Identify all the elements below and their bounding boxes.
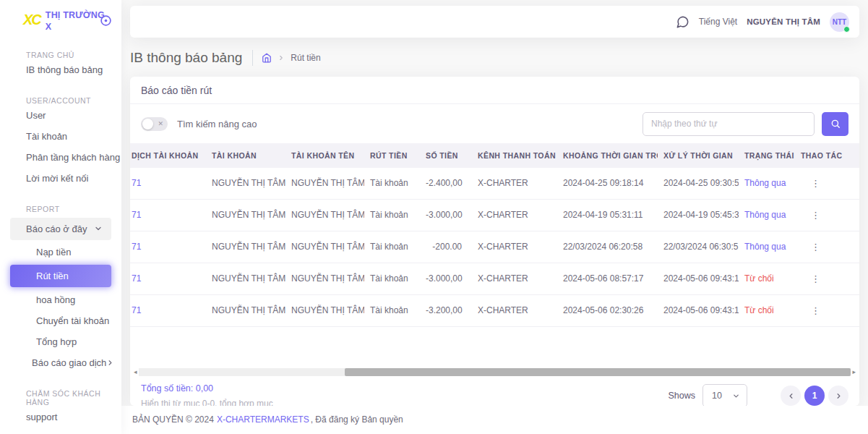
report-card: Báo cáo tiền rút ✕ Tìm kiếm nâng cao	[130, 77, 859, 406]
cell-channel: X-CHARTER	[472, 231, 557, 263]
cell-process-time: 2024-04-25 09:30:50	[658, 168, 739, 200]
home-icon[interactable]	[262, 53, 272, 63]
card-footer: Tổng số tiền: 0,00 Hiển thị từ mục 0-0, …	[130, 377, 859, 406]
cell-tx-account[interactable]: 71	[130, 231, 206, 263]
cell-amount: -3.200,00	[420, 294, 472, 326]
cell-status: Từ chối	[739, 294, 795, 326]
cell-account-name: NGUYỄN THỊ TÂM	[285, 168, 364, 200]
kebab-icon: ⋮	[811, 305, 820, 316]
kebab-icon: ⋮	[811, 210, 820, 221]
brand-link[interactable]: X-CHARTERMARKETS	[217, 414, 309, 425]
search-input[interactable]	[643, 112, 815, 136]
cell-tx-account[interactable]: 71	[130, 168, 206, 200]
cell-account-name: NGUYỄN THỊ TÂM	[285, 199, 364, 231]
scrollbar-thumb[interactable]	[345, 368, 851, 376]
cell-account-name: NGUYỄN THỊ TÂM	[285, 263, 364, 294]
breadcrumb-current: Rút tiền	[291, 53, 320, 63]
row-actions-button[interactable]: ⋮	[795, 231, 859, 263]
table-row: 71 NGUYỄN THỊ TÂM NGUYỄN THỊ TÂM Tài kho…	[130, 294, 859, 326]
prev-page-button[interactable]	[781, 386, 801, 406]
copyright-suffix: , Đã đăng ký Bản quyền	[311, 414, 403, 425]
online-status-dot	[843, 26, 850, 33]
table-row: 71 NGUYỄN THỊ TÂM NGUYỄN THỊ TÂM Tài kho…	[130, 263, 859, 294]
search-button[interactable]	[822, 112, 848, 136]
col-status: TRẠNG THÁI	[739, 143, 795, 168]
row-actions-button[interactable]: ⋮	[795, 168, 859, 200]
page-size-value: 10	[712, 391, 722, 401]
sidebar-pin-icon[interactable]	[100, 14, 112, 27]
advanced-search-toggle[interactable]: ✕	[141, 117, 168, 131]
chat-icon[interactable]	[676, 15, 689, 29]
sidebar-item-invites[interactable]: Lời mời kết nối	[0, 168, 121, 189]
nav-section-customer-care: CHĂM SÓC KHÁCH HÀNG	[0, 389, 121, 407]
cell-status: Thông qua	[739, 231, 795, 263]
col-account-name: TÀI KHOẢN TÊN	[285, 143, 364, 168]
kebab-icon: ⋮	[811, 242, 820, 252]
cell-tx-account[interactable]: 71	[130, 263, 206, 294]
cell-process-time: 2024-04-19 05:45:39	[658, 199, 739, 231]
brand-title-line2: X	[46, 21, 105, 33]
table-scroll-area[interactable]: DỊCH TÀI KHOẢN TÀI KHOẢN TÀI KHOẢN TÊN R…	[130, 143, 859, 327]
cell-channel: X-CHARTER	[472, 263, 557, 294]
scroll-left-icon[interactable]: ◂	[132, 369, 139, 375]
sidebar-item-accounts[interactable]: Tài khoản	[0, 126, 121, 147]
page-head: IB thông báo bảng Rút tiền	[130, 47, 859, 69]
chevron-down-icon	[94, 224, 103, 233]
brand-title-line1: THỊ TRƯỜNG	[46, 9, 105, 21]
scroll-right-icon[interactable]: ▸	[851, 369, 857, 375]
language-selector[interactable]: Tiếng Việt	[699, 17, 737, 27]
cell-tx-account[interactable]: 71	[130, 294, 206, 326]
topbar-right: Tiếng Việt NGUYỄN THỊ TÂM NTT	[676, 12, 849, 32]
cell-channel: X-CHARTER	[472, 168, 557, 200]
pagination: 1	[781, 386, 848, 406]
cell-amount: -3.000,00	[420, 199, 472, 231]
cell-account-name: NGUYỄN THỊ TÂM	[285, 231, 364, 263]
sidebar: XC THỊ TRƯỜNG X TRANG CHỦ IB thông báo b…	[0, 0, 121, 434]
chevron-down-icon	[732, 392, 740, 400]
nav-section-user-account: USER/ACCOUNT	[0, 96, 121, 105]
next-page-button[interactable]	[828, 386, 848, 406]
row-actions-button[interactable]: ⋮	[795, 263, 859, 294]
page-1-button[interactable]: 1	[804, 386, 825, 406]
brand[interactable]: XC THỊ TRƯỜNG X	[0, 0, 121, 33]
cell-tx-account[interactable]: 71	[130, 199, 206, 231]
table-row: 71 NGUYỄN THỊ TÂM NGUYỄN THỊ TÂM Tài kho…	[130, 231, 859, 263]
cell-withdraw-type: Tài khoản	[364, 231, 420, 263]
row-actions-button[interactable]: ⋮	[795, 294, 859, 326]
col-withdraw: RÚT TIỀN	[364, 143, 420, 168]
topbar: Tiếng Việt NGUYỄN THỊ TÂM NTT	[130, 6, 859, 38]
cell-status: Thông qua	[739, 168, 795, 200]
sidebar-item-summary[interactable]: Tổng hợp	[0, 331, 121, 352]
sidebar-item-transfer[interactable]: Chuyển tài khoản	[0, 310, 121, 331]
horizontal-scrollbar[interactable]: ◂ ▸	[132, 367, 857, 377]
sidebar-item-withdraw[interactable]: Rút tiền	[10, 265, 111, 287]
withdrawals-table: DỊCH TÀI KHOẢN TÀI KHOẢN TÀI KHOẢN TÊN R…	[130, 143, 859, 327]
cell-withdraw-type: Tài khoản	[364, 294, 420, 326]
sidebar-group-reports-label: Báo cáo ở đây	[26, 224, 87, 234]
breadcrumb-chevron-icon	[278, 54, 285, 61]
cell-withdraw-type: Tài khoản	[364, 263, 420, 294]
sidebar-item-ib-dashboard[interactable]: IB thông báo bảng	[0, 59, 121, 80]
cell-process-time: 2024-05-06 09:43:14	[658, 263, 739, 294]
cell-channel: X-CHARTER	[472, 294, 557, 326]
avatar[interactable]: NTT	[830, 12, 849, 32]
cell-process-time: 2024-05-06 09:43:14	[658, 294, 739, 326]
scrollbar-track[interactable]	[139, 368, 851, 376]
sidebar-item-user[interactable]: User	[0, 105, 121, 126]
sidebar-item-deposit[interactable]: Nạp tiền	[0, 242, 121, 263]
total-amount: Tổng số tiền: 0,00	[141, 383, 273, 393]
cell-withdraw-type: Tài khoản	[364, 199, 420, 231]
sidebar-item-commission[interactable]: hoa hồng	[0, 289, 121, 310]
cell-account: NGUYỄN THỊ TÂM	[206, 199, 285, 231]
sidebar-group-reports[interactable]: Báo cáo ở đây	[10, 218, 111, 240]
page-size-select[interactable]: 10	[702, 384, 747, 406]
sidebar-group-transaction-reports[interactable]: Báo cáo giao dịch	[0, 352, 121, 373]
app-root: XC THỊ TRƯỜNG X TRANG CHỦ IB thông báo b…	[0, 0, 868, 434]
cell-request-time: 2024-05-06 02:30:26	[557, 294, 658, 326]
sidebar-item-customer-tiers[interactable]: Phân tầng khách hàng	[0, 147, 121, 168]
controls-row: ✕ Tìm kiếm nâng cao	[130, 104, 859, 143]
cell-account: NGUYỄN THỊ TÂM	[206, 231, 285, 263]
row-actions-button[interactable]: ⋮	[795, 199, 859, 231]
cell-account: NGUYỄN THỊ TÂM	[206, 168, 285, 200]
sidebar-item-support[interactable]: support	[0, 407, 121, 427]
